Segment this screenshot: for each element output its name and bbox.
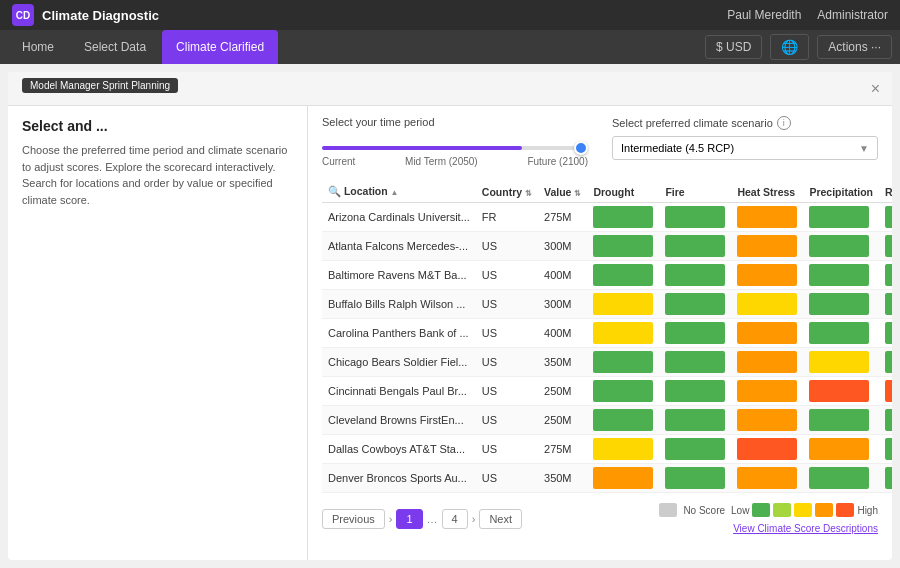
actions-button[interactable]: Actions ··· (817, 35, 892, 59)
table-row: Carolina Panthers Bank of ...US400M (322, 319, 892, 348)
body-layout: Select and ... Choose the preferred time… (8, 106, 892, 560)
legend-low-label: Low (731, 505, 749, 516)
header-strip: Model Manager Sprint Planning (8, 72, 892, 106)
globe-icon: 🌐 (781, 39, 798, 55)
legend-scale: Low High (731, 503, 878, 517)
legend-1-swatch (752, 503, 770, 517)
user-name: Paul Meredith (727, 8, 801, 22)
table-body: Arizona Cardinals Universit...FR275MAtla… (322, 203, 892, 493)
page-4-button[interactable]: 4 (442, 509, 468, 529)
label-current: Current (322, 156, 355, 167)
th-location[interactable]: 🔍 Location ▲ (322, 181, 476, 203)
nav-select-data[interactable]: Select Data (70, 30, 160, 64)
next-button[interactable]: Next (479, 509, 522, 529)
sort-icon-country: ⇅ (525, 189, 532, 198)
nav-right: $ USD 🌐 Actions ··· (705, 34, 892, 60)
table-header-row: 🔍 Location ▲ Country ⇅ Value ⇅ Drought F… (322, 181, 892, 203)
nav-climate-clarified[interactable]: Climate Clarified (162, 30, 278, 64)
table-row: Cincinnati Bengals Paul Br...US250M (322, 377, 892, 406)
page-dot: › (389, 513, 393, 525)
left-panel: Select and ... Choose the preferred time… (8, 106, 308, 560)
legend-2-swatch (773, 503, 791, 517)
time-period-group: Select your time period Current Mid Term… (322, 116, 588, 167)
slider-container[interactable]: Current Mid Term (2050) Future (2100) (322, 134, 588, 167)
table-row: Arizona Cardinals Universit...FR275M (322, 203, 892, 232)
app-title: Climate Diagnostic (42, 8, 159, 23)
globe-button[interactable]: 🌐 (770, 34, 809, 60)
data-table: 🔍 Location ▲ Country ⇅ Value ⇅ Drought F… (322, 181, 892, 493)
th-drought: Drought (587, 181, 659, 203)
search-icon: 🔍 (328, 185, 341, 197)
page-arrow-right: › (472, 513, 476, 525)
top-bar: CD Climate Diagnostic Paul Meredith Admi… (0, 0, 900, 30)
close-button[interactable]: × (871, 80, 880, 98)
nav-home[interactable]: Home (8, 30, 68, 64)
legend-no-score-swatch (659, 503, 677, 517)
panel-title: Select and ... (22, 118, 293, 134)
slider-labels: Current Mid Term (2050) Future (2100) (322, 156, 588, 167)
legend-5-swatch (836, 503, 854, 517)
sort-icon-value: ⇅ (574, 189, 581, 198)
sort-icon-location: ▲ (391, 188, 399, 197)
legend-3-swatch (794, 503, 812, 517)
user-role: Administrator (817, 8, 888, 22)
table-row: Chicago Bears Soldier Fiel...US350M (322, 348, 892, 377)
main-content: × Model Manager Sprint Planning Select a… (8, 72, 892, 560)
logo-icon: CD (12, 4, 34, 26)
sprint-badge: Model Manager Sprint Planning (22, 78, 178, 93)
info-icon[interactable]: i (777, 116, 791, 130)
time-period-label: Select your time period (322, 116, 588, 128)
panel-description: Choose the preferred time period and cli… (22, 142, 293, 208)
table-row: Dallas Cowboys AT&T Sta...US275M (322, 435, 892, 464)
legend-container: No Score Low High View Climate Score (659, 503, 878, 535)
slider-track (322, 146, 588, 150)
slider-fill (322, 146, 522, 150)
legend-row: No Score Low High (659, 503, 878, 517)
table-row: Buffalo Bills Ralph Wilson ...US300M (322, 290, 892, 319)
th-precipitation: Precipitation (803, 181, 879, 203)
view-descriptions-link[interactable]: View Climate Score Descriptions (733, 523, 878, 534)
dropdown-arrow-icon: ▼ (859, 143, 869, 154)
table-row: Atlanta Falcons Mercedes-...US300M (322, 232, 892, 261)
dropdown-value: Intermediate (4.5 RCP) (621, 142, 734, 154)
legend-no-score-label: No Score (683, 505, 725, 516)
controls-row: Select your time period Current Mid Term… (322, 116, 878, 167)
climate-scenario-group: Select preferred climate scenario i Inte… (612, 116, 878, 160)
nav-bar: Home Select Data Climate Clarified $ USD… (0, 30, 900, 64)
th-fire: Fire (659, 181, 731, 203)
label-future: Future (2100) (527, 156, 588, 167)
climate-scenario-label: Select preferred climate scenario i (612, 116, 878, 130)
table-row: Baltimore Ravens M&T Ba...US400M (322, 261, 892, 290)
th-heat-stress: Heat Stress (731, 181, 803, 203)
th-value[interactable]: Value ⇅ (538, 181, 587, 203)
slider-thumb[interactable] (574, 141, 588, 155)
page-buttons: Previous › 1 … 4 › Next (322, 509, 522, 529)
legend-4-swatch (815, 503, 833, 517)
table-row: Denver Broncos Sports Au...US350M (322, 464, 892, 493)
page-ellipsis: … (427, 513, 438, 525)
prev-button[interactable]: Previous (322, 509, 385, 529)
currency-button[interactable]: $ USD (705, 35, 762, 59)
pagination-row: Previous › 1 … 4 › Next No Score Low (322, 493, 878, 539)
th-country[interactable]: Country ⇅ (476, 181, 538, 203)
top-right-user: Paul Meredith Administrator (727, 8, 888, 22)
label-mid-term: Mid Term (2050) (405, 156, 478, 167)
right-panel: Select your time period Current Mid Term… (308, 106, 892, 560)
legend-high-label: High (857, 505, 878, 516)
th-river-flood-def: River Flood (Defended) (879, 181, 892, 203)
climate-scenario-dropdown[interactable]: Intermediate (4.5 RCP) ▼ (612, 136, 878, 160)
page-1-button[interactable]: 1 (396, 509, 422, 529)
table-row: Cleveland Browns FirstEn...US250M (322, 406, 892, 435)
